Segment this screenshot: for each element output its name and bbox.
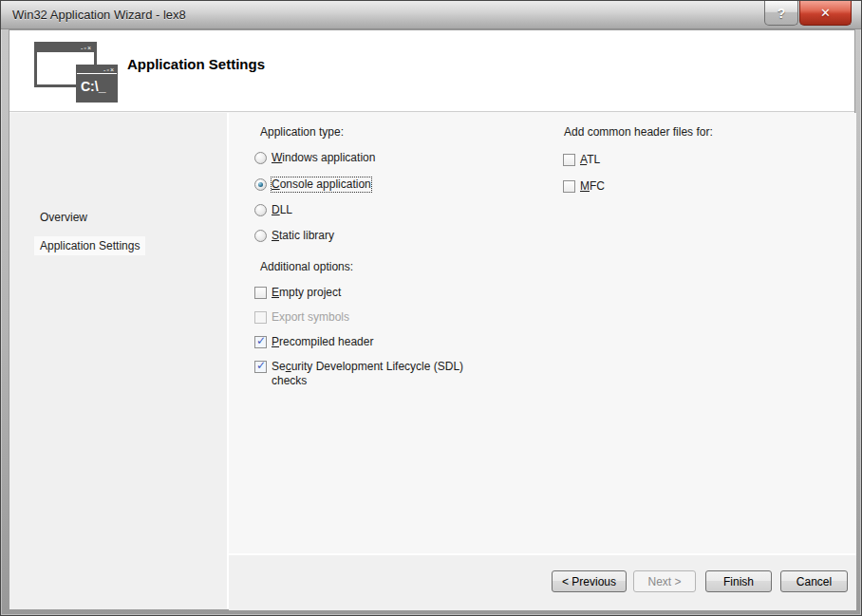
window-title: Win32 Application Wizard - lex8 — [12, 8, 186, 22]
radio-label: Static library — [272, 229, 334, 243]
checkbox-label: ATL — [580, 153, 600, 167]
button-label: Next > — [647, 575, 681, 588]
close-icon: ✕ — [820, 6, 831, 20]
console-prompt-text: C:\_ — [77, 74, 117, 99]
checkbox-label: Empty project — [272, 286, 341, 300]
window-icon-controls: -▫× — [37, 45, 94, 52]
dialog-client-area: -▫× -▫× C:\_ Application Settings Overvi… — [9, 29, 855, 609]
checkbox-precompiled-header[interactable]: Precompiled header — [254, 335, 373, 349]
radio-label: Windows application — [272, 151, 375, 165]
radio-icon — [254, 152, 267, 164]
next-button[interactable]: Next > — [633, 570, 696, 592]
checkbox-export-symbols[interactable]: Export symbols — [254, 310, 349, 325]
application-type-label: Application type: — [260, 125, 344, 139]
help-button[interactable]: ? — [764, 1, 798, 26]
sidebar-item-label: Application Settings — [40, 239, 140, 252]
help-icon: ? — [778, 6, 786, 21]
checkbox-empty-project[interactable]: Empty project — [254, 286, 341, 300]
checkbox-sdl-checks[interactable]: Security Development Lifecycle (SDL) che… — [254, 360, 480, 388]
checkbox-atl[interactable]: ATL — [563, 153, 600, 167]
close-button[interactable]: ✕ — [799, 1, 852, 26]
checkbox-icon — [254, 311, 267, 324]
checkbox-icon — [254, 361, 267, 373]
sidebar-item-overview[interactable]: Overview — [34, 208, 93, 227]
radio-label: Console application — [272, 177, 371, 192]
button-label: Cancel — [796, 575, 832, 588]
checkbox-icon — [563, 154, 575, 166]
console-icon-front: -▫× C:\_ — [76, 65, 118, 103]
checkbox-label: Precompiled header — [272, 335, 373, 349]
finish-button[interactable]: Finish — [705, 570, 772, 592]
page-title: Application Settings — [127, 56, 265, 72]
settings-content: Application type: Windows application Co… — [229, 113, 856, 553]
button-label: < Previous — [562, 575, 616, 588]
sidebar-item-application-settings[interactable]: Application Settings — [34, 236, 145, 255]
previous-button[interactable]: < Previous — [552, 570, 627, 592]
cancel-button[interactable]: Cancel — [780, 570, 848, 592]
checkbox-label: MFC — [580, 179, 605, 194]
radio-label: DLL — [272, 203, 292, 217]
title-bar[interactable]: Win32 Application Wizard - lex8 ? ✕ — [1, 1, 861, 29]
wizard-sidebar: Overview Application Settings — [9, 113, 227, 609]
radio-console-application[interactable]: Console application — [254, 177, 371, 192]
button-label: Finish — [723, 575, 754, 588]
checkbox-icon — [254, 336, 267, 348]
footer-button-bar: < Previous Next > Finish Cancel — [229, 555, 856, 610]
checkbox-icon — [563, 180, 575, 193]
sidebar-item-label: Overview — [40, 211, 87, 224]
additional-options-label: Additional options: — [260, 260, 353, 273]
radio-icon — [254, 204, 267, 216]
console-app-icon: -▫× -▫× C:\_ — [34, 40, 122, 103]
checkbox-label: Export symbols — [272, 310, 349, 325]
radio-windows-application[interactable]: Windows application — [254, 151, 375, 165]
checkbox-icon — [254, 287, 267, 299]
radio-dll[interactable]: DLL — [254, 203, 292, 217]
radio-icon — [254, 230, 267, 242]
wizard-header: -▫× -▫× C:\_ Application Settings — [9, 30, 854, 112]
checkbox-label: Security Development Lifecycle (SDL) che… — [272, 360, 480, 388]
console-icon-controls: -▫× — [77, 65, 117, 74]
radio-static-library[interactable]: Static library — [254, 229, 334, 243]
radio-icon — [254, 178, 267, 191]
common-headers-label: Add common header files for: — [564, 125, 713, 139]
wizard-window: Win32 Application Wizard - lex8 ? ✕ -▫× … — [0, 0, 862, 616]
checkbox-mfc[interactable]: MFC — [563, 179, 605, 194]
